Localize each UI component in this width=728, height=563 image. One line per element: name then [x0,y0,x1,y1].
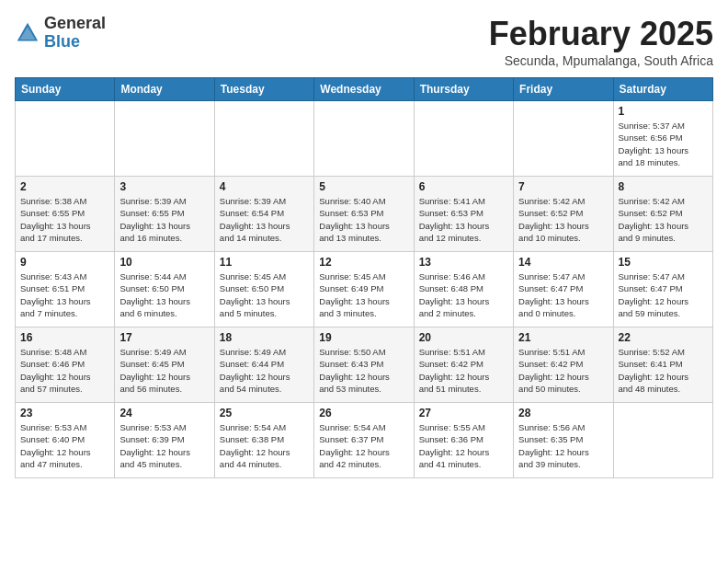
day-info: Sunrise: 5:45 AM Sunset: 6:49 PM Dayligh… [319,270,408,319]
page-header: General Blue February 2025 Secunda, Mpum… [15,15,713,68]
day-number: 27 [419,407,508,419]
day-info: Sunrise: 5:37 AM Sunset: 6:56 PM Dayligh… [619,120,708,168]
day-info: Sunrise: 5:53 AM Sunset: 6:39 PM Dayligh… [119,421,209,470]
calendar-week: 23Sunrise: 5:53 AM Sunset: 6:40 PM Dayli… [16,403,713,478]
dow-header: Wednesday [314,78,414,101]
day-info: Sunrise: 5:49 AM Sunset: 6:45 PM Dayligh… [119,346,209,395]
calendar-week: 1Sunrise: 5:37 AM Sunset: 6:56 PM Daylig… [16,101,713,177]
logo-icon [15,20,40,46]
calendar-day: 5Sunrise: 5:40 AM Sunset: 6:53 PM Daylig… [314,177,414,252]
calendar-day [115,101,214,177]
day-info: Sunrise: 5:54 AM Sunset: 6:38 PM Dayligh… [220,421,309,470]
calendar-day: 9Sunrise: 5:43 AM Sunset: 6:51 PM Daylig… [16,252,115,327]
calendar-day: 19Sunrise: 5:50 AM Sunset: 6:43 PM Dayli… [314,327,414,403]
day-number: 3 [119,180,209,193]
calendar-day: 12Sunrise: 5:45 AM Sunset: 6:49 PM Dayli… [314,252,414,327]
day-info: Sunrise: 5:47 AM Sunset: 6:47 PM Dayligh… [619,270,708,319]
calendar-day: 28Sunrise: 5:56 AM Sunset: 6:35 PM Dayli… [514,403,613,478]
calendar-day: 14Sunrise: 5:47 AM Sunset: 6:47 PM Dayli… [514,252,613,327]
day-info: Sunrise: 5:44 AM Sunset: 6:50 PM Dayligh… [119,270,209,319]
calendar-day: 27Sunrise: 5:55 AM Sunset: 6:36 PM Dayli… [414,403,513,478]
logo: General Blue [15,15,106,52]
calendar-day: 15Sunrise: 5:47 AM Sunset: 6:47 PM Dayli… [613,252,712,327]
dow-header: Tuesday [214,78,313,101]
day-info: Sunrise: 5:42 AM Sunset: 6:52 PM Dayligh… [619,195,708,244]
calendar-day [314,101,414,177]
day-info: Sunrise: 5:47 AM Sunset: 6:47 PM Dayligh… [518,270,608,319]
calendar-day: 16Sunrise: 5:48 AM Sunset: 6:46 PM Dayli… [16,327,115,403]
calendar-day: 8Sunrise: 5:42 AM Sunset: 6:52 PM Daylig… [613,177,712,252]
day-number: 11 [220,256,309,269]
day-number: 5 [319,180,408,193]
day-info: Sunrise: 5:55 AM Sunset: 6:36 PM Dayligh… [419,421,508,470]
dow-header: Thursday [414,78,513,101]
day-info: Sunrise: 5:54 AM Sunset: 6:37 PM Dayligh… [319,421,408,470]
day-number: 24 [119,407,209,419]
day-info: Sunrise: 5:56 AM Sunset: 6:35 PM Dayligh… [518,421,608,470]
day-info: Sunrise: 5:39 AM Sunset: 6:55 PM Dayligh… [119,195,209,244]
day-number: 23 [20,407,109,419]
calendar-day: 21Sunrise: 5:51 AM Sunset: 6:42 PM Dayli… [514,327,613,403]
day-number: 14 [518,256,608,269]
days-of-week-row: SundayMondayTuesdayWednesdayThursdayFrid… [16,78,713,101]
dow-header: Saturday [613,78,712,101]
day-info: Sunrise: 5:52 AM Sunset: 6:41 PM Dayligh… [619,346,708,395]
day-info: Sunrise: 5:49 AM Sunset: 6:44 PM Dayligh… [220,346,309,395]
calendar-day: 1Sunrise: 5:37 AM Sunset: 6:56 PM Daylig… [613,101,712,177]
calendar-day: 2Sunrise: 5:38 AM Sunset: 6:55 PM Daylig… [16,177,115,252]
calendar-day: 20Sunrise: 5:51 AM Sunset: 6:42 PM Dayli… [414,327,513,403]
day-number: 28 [518,407,608,419]
dow-header: Sunday [16,78,115,101]
calendar-day: 11Sunrise: 5:45 AM Sunset: 6:50 PM Dayli… [214,252,313,327]
day-number: 6 [419,180,508,193]
calendar-week: 16Sunrise: 5:48 AM Sunset: 6:46 PM Dayli… [16,327,713,403]
day-info: Sunrise: 5:40 AM Sunset: 6:53 PM Dayligh… [319,195,408,244]
day-number: 9 [20,256,109,269]
logo-text: General Blue [44,15,106,52]
calendar-day [214,101,313,177]
day-number: 26 [319,407,408,419]
day-number: 22 [619,331,708,344]
day-number: 25 [220,407,309,419]
calendar-week: 9Sunrise: 5:43 AM Sunset: 6:51 PM Daylig… [16,252,713,327]
day-number: 18 [220,331,309,344]
dow-header: Friday [514,78,613,101]
calendar-day: 22Sunrise: 5:52 AM Sunset: 6:41 PM Dayli… [613,327,712,403]
calendar-day: 7Sunrise: 5:42 AM Sunset: 6:52 PM Daylig… [514,177,613,252]
day-info: Sunrise: 5:51 AM Sunset: 6:42 PM Dayligh… [518,346,608,395]
day-number: 10 [119,256,209,269]
day-info: Sunrise: 5:38 AM Sunset: 6:55 PM Dayligh… [20,195,109,244]
day-number: 1 [619,105,708,118]
day-info: Sunrise: 5:53 AM Sunset: 6:40 PM Dayligh… [20,421,109,470]
location: Secunda, Mpumalanga, South Africa [489,53,713,68]
calendar-day: 13Sunrise: 5:46 AM Sunset: 6:48 PM Dayli… [414,252,513,327]
day-number: 16 [20,331,109,344]
calendar-day: 24Sunrise: 5:53 AM Sunset: 6:39 PM Dayli… [115,403,214,478]
day-info: Sunrise: 5:43 AM Sunset: 6:51 PM Dayligh… [20,270,109,319]
calendar-day: 6Sunrise: 5:41 AM Sunset: 6:53 PM Daylig… [414,177,513,252]
day-info: Sunrise: 5:41 AM Sunset: 6:53 PM Dayligh… [419,195,508,244]
day-number: 12 [319,256,408,269]
day-number: 13 [419,256,508,269]
calendar-week: 2Sunrise: 5:38 AM Sunset: 6:55 PM Daylig… [16,177,713,252]
calendar-day: 17Sunrise: 5:49 AM Sunset: 6:45 PM Dayli… [115,327,214,403]
calendar: SundayMondayTuesdayWednesdayThursdayFrid… [15,77,713,478]
day-info: Sunrise: 5:51 AM Sunset: 6:42 PM Dayligh… [419,346,508,395]
day-number: 15 [619,256,708,269]
day-number: 2 [20,180,109,193]
day-info: Sunrise: 5:42 AM Sunset: 6:52 PM Dayligh… [518,195,608,244]
calendar-day: 4Sunrise: 5:39 AM Sunset: 6:54 PM Daylig… [214,177,313,252]
calendar-day: 10Sunrise: 5:44 AM Sunset: 6:50 PM Dayli… [115,252,214,327]
day-number: 17 [119,331,209,344]
title-block: February 2025 Secunda, Mpumalanga, South… [489,15,713,68]
calendar-day [16,101,115,177]
month-title: February 2025 [489,15,713,53]
day-number: 20 [419,331,508,344]
day-number: 7 [518,180,608,193]
day-info: Sunrise: 5:50 AM Sunset: 6:43 PM Dayligh… [319,346,408,395]
calendar-day [414,101,513,177]
day-number: 21 [518,331,608,344]
calendar-day [514,101,613,177]
calendar-day [613,403,712,478]
calendar-day: 18Sunrise: 5:49 AM Sunset: 6:44 PM Dayli… [214,327,313,403]
